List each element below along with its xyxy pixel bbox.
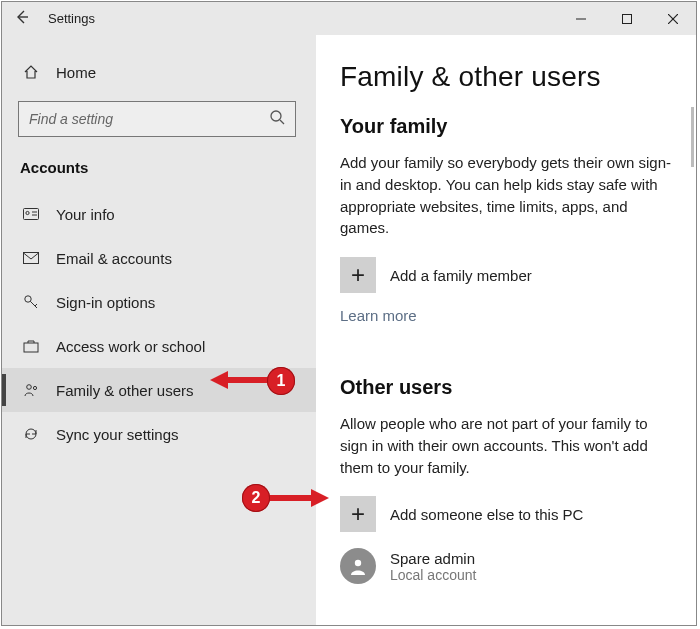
sidebar-item-signin-options[interactable]: Sign-in options (2, 280, 316, 324)
sidebar-item-access-work-school[interactable]: Access work or school (2, 324, 316, 368)
mail-icon (20, 252, 42, 264)
add-other-label: Add someone else to this PC (390, 506, 583, 523)
back-button[interactable] (2, 9, 42, 29)
svg-marker-20 (210, 371, 228, 389)
sidebar-item-label: Access work or school (56, 338, 205, 355)
svg-rect-2 (623, 14, 632, 23)
add-other-user[interactable]: + Add someone else to this PC (340, 496, 672, 532)
briefcase-icon (20, 339, 42, 353)
key-icon (20, 294, 42, 310)
user-entry[interactable]: Spare admin Local account (340, 548, 672, 584)
other-description: Allow people who are not part of your fa… (340, 413, 672, 478)
svg-rect-11 (24, 253, 39, 264)
sync-icon (20, 426, 42, 442)
avatar-icon (340, 548, 376, 584)
sidebar-item-your-info[interactable]: Your info (2, 192, 316, 236)
add-family-label: Add a family member (390, 267, 532, 284)
svg-point-16 (27, 385, 32, 390)
scrollbar[interactable] (691, 107, 694, 167)
search-box[interactable] (18, 101, 296, 137)
svg-point-8 (26, 211, 29, 214)
sidebar-item-label: Email & accounts (56, 250, 172, 267)
sidebar-item-label: Your info (56, 206, 115, 223)
sidebar-home[interactable]: Home (2, 53, 316, 91)
sidebar-item-sync-settings[interactable]: Sync your settings (2, 412, 316, 456)
annotation-badge-2: 2 (242, 484, 270, 512)
svg-point-5 (271, 111, 281, 121)
user-name: Spare admin (390, 550, 476, 567)
section-title-family: Your family (340, 115, 672, 138)
maximize-button[interactable] (604, 2, 650, 35)
id-card-icon (20, 208, 42, 220)
svg-rect-15 (24, 343, 38, 352)
family-description: Add your family so everybody gets their … (340, 152, 672, 239)
svg-line-6 (280, 120, 284, 124)
add-family-member[interactable]: + Add a family member (340, 257, 672, 293)
sidebar: Home Accounts Your info Email & accounts (2, 35, 316, 625)
plus-icon: + (340, 496, 376, 532)
people-icon (20, 382, 42, 398)
sidebar-item-label: Family & other users (56, 382, 194, 399)
sidebar-item-email-accounts[interactable]: Email & accounts (2, 236, 316, 280)
nav-list: Your info Email & accounts Sign-in optio… (2, 192, 316, 456)
content-pane: Family & other users Your family Add you… (316, 35, 696, 625)
search-input[interactable] (29, 111, 269, 127)
sidebar-home-label: Home (56, 64, 96, 81)
minimize-button[interactable] (558, 2, 604, 35)
sidebar-item-label: Sign-in options (56, 294, 155, 311)
annotation-badge-1: 1 (267, 367, 295, 395)
plus-icon: + (340, 257, 376, 293)
page-heading: Family & other users (340, 61, 672, 93)
search-icon (269, 109, 285, 129)
svg-line-14 (35, 304, 37, 306)
svg-marker-22 (311, 489, 329, 507)
sidebar-item-label: Sync your settings (56, 426, 179, 443)
home-icon (20, 64, 42, 80)
svg-point-17 (33, 386, 36, 389)
settings-window: Settings Home Accounts (1, 1, 697, 626)
close-button[interactable] (650, 2, 696, 35)
svg-point-12 (25, 296, 31, 302)
window-title: Settings (42, 11, 95, 26)
svg-point-18 (355, 560, 361, 566)
arrow-left-icon (14, 9, 30, 25)
titlebar: Settings (2, 2, 696, 35)
user-info: Spare admin Local account (390, 550, 476, 583)
section-title-other: Other users (340, 376, 672, 399)
user-type: Local account (390, 567, 476, 583)
learn-more-link[interactable]: Learn more (340, 307, 417, 324)
window-body: Home Accounts Your info Email & accounts (2, 35, 696, 625)
sidebar-category: Accounts (2, 147, 316, 184)
